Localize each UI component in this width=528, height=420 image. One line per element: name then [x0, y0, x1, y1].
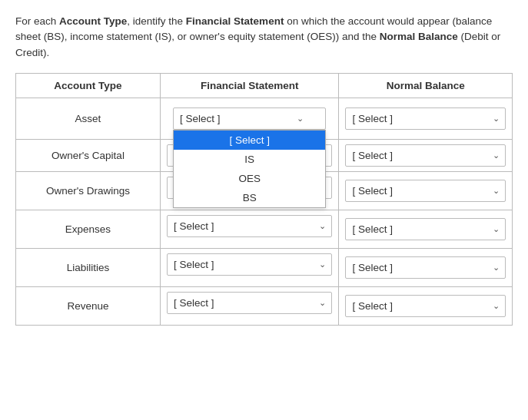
liabilities-normal-wrapper[interactable]: [ Select ] Debit Credit ⌄ [345, 256, 506, 279]
table-row-expenses: Expenses [ Select ] IS OES BS ⌄ [ Select… [16, 210, 513, 248]
asset-financial-dropdown-open[interactable]: [ Select ] ⌄ [ Select ] IS OES BS [167, 107, 333, 130]
expenses-financial-select[interactable]: [ Select ] IS OES BS [167, 215, 333, 237]
owners-capital-label: Owner's Capital [16, 139, 161, 171]
expenses-normal-cell[interactable]: [ Select ] Debit Credit ⌄ [339, 210, 513, 248]
liabilities-label: Liabilities [16, 248, 161, 286]
owners-drawings-normal-cell[interactable]: [ Select ] Debit Credit ⌄ [339, 171, 513, 210]
table-row-revenue: Revenue [ Select ] IS OES BS ⌄ [ Select … [16, 286, 513, 325]
liabilities-normal-select[interactable]: [ Select ] Debit Credit [345, 256, 506, 279]
expenses-financial-cell[interactable]: [ Select ] IS OES BS ⌄ [160, 210, 339, 248]
owners-capital-normal-select[interactable]: [ Select ] Debit Credit [345, 144, 506, 167]
owners-capital-normal-wrapper[interactable]: [ Select ] Debit Credit ⌄ [345, 144, 506, 167]
asset-label: Asset [16, 98, 161, 139]
expenses-normal-select[interactable]: [ Select ] Debit Credit [345, 218, 506, 240]
table-row-asset: Asset [ Select ] ⌄ [ Select ] IS OES BS [16, 98, 513, 139]
owners-capital-normal-cell[interactable]: [ Select ] Debit Credit ⌄ [339, 139, 513, 171]
revenue-financial-select[interactable]: [ Select ] IS OES BS [167, 292, 333, 314]
expenses-financial-wrapper[interactable]: [ Select ] IS OES BS ⌄ [167, 215, 333, 237]
owners-drawings-normal-wrapper[interactable]: [ Select ] Debit Credit ⌄ [345, 180, 506, 202]
dropdown-item-bs[interactable]: BS [174, 188, 326, 207]
dropdown-item-oes[interactable]: OES [174, 169, 326, 188]
revenue-label: Revenue [16, 286, 161, 325]
expenses-normal-wrapper[interactable]: [ Select ] Debit Credit ⌄ [345, 218, 506, 240]
asset-normal-select[interactable]: [ Select ] Debit Credit [345, 107, 506, 130]
revenue-financial-wrapper[interactable]: [ Select ] IS OES BS ⌄ [167, 292, 333, 314]
expenses-label: Expenses [16, 210, 161, 248]
revenue-normal-select[interactable]: [ Select ] Debit Credit [345, 295, 506, 317]
liabilities-normal-cell[interactable]: [ Select ] Debit Credit ⌄ [339, 248, 513, 286]
header-account-type: Account Type [16, 73, 161, 98]
asset-financial-cell[interactable]: [ Select ] ⌄ [ Select ] IS OES BS [160, 98, 339, 139]
liabilities-financial-cell[interactable]: [ Select ] IS OES BS ⌄ [160, 248, 339, 286]
asset-financial-dropdown-list: [ Select ] IS OES BS [173, 130, 327, 208]
asset-normal-wrapper[interactable]: [ Select ] Debit Credit ⌄ [345, 107, 506, 130]
header-normal-balance: Normal Balance [339, 73, 513, 98]
revenue-financial-cell[interactable]: [ Select ] IS OES BS ⌄ [160, 286, 339, 325]
owners-drawings-normal-select[interactable]: [ Select ] Debit Credit [345, 180, 506, 202]
intro-text: For each Account Type, identify the Fina… [15, 14, 513, 61]
liabilities-financial-wrapper[interactable]: [ Select ] IS OES BS ⌄ [167, 253, 333, 276]
owners-drawings-label: Owner's Drawings [16, 171, 161, 210]
chevron-down-icon: ⌄ [297, 114, 304, 124]
main-table: Account Type Financial Statement Normal … [15, 73, 513, 326]
asset-normal-cell[interactable]: [ Select ] Debit Credit ⌄ [339, 98, 513, 139]
dropdown-item-is[interactable]: IS [174, 150, 326, 169]
liabilities-financial-select[interactable]: [ Select ] IS OES BS [167, 253, 333, 276]
dropdown-item-select[interactable]: [ Select ] [174, 131, 326, 150]
table-row-liabilities: Liabilities [ Select ] IS OES BS ⌄ [ Sel… [16, 248, 513, 286]
header-financial-statement: Financial Statement [160, 73, 339, 98]
revenue-normal-cell[interactable]: [ Select ] Debit Credit ⌄ [339, 286, 513, 325]
revenue-normal-wrapper[interactable]: [ Select ] Debit Credit ⌄ [345, 295, 506, 317]
asset-financial-trigger[interactable]: [ Select ] ⌄ [173, 107, 327, 130]
